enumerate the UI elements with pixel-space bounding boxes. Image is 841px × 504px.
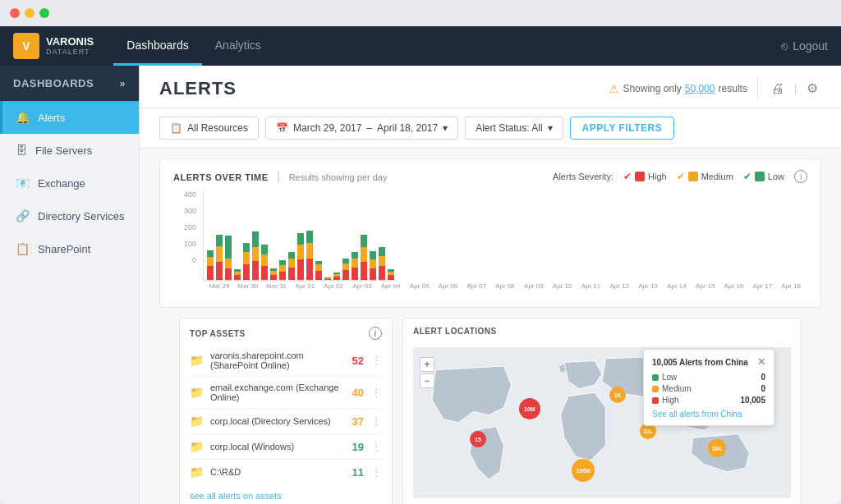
bar-high-20 (388, 275, 394, 280)
asset-row-4[interactable]: 📁 C:\R&D 11 ⋮ (190, 460, 382, 484)
bar-group-8[interactable] (279, 190, 286, 280)
asset-more-0[interactable]: ⋮ (370, 354, 382, 367)
asset-more-1[interactable]: ⋮ (370, 386, 382, 399)
assets-info-icon[interactable]: i (369, 327, 382, 340)
medium-checkbox[interactable]: ✔ (677, 171, 685, 182)
status-filter[interactable]: Alert Status: All ▾ (465, 117, 563, 140)
apply-filters-button[interactable]: APPLY FILTERS (570, 117, 675, 140)
tooltip-see-all-link[interactable]: See all alerts from China (652, 410, 765, 419)
x-label-2: Mar 31 (264, 282, 290, 290)
asset-more-4[interactable]: ⋮ (370, 465, 382, 479)
bar-group-6[interactable] (261, 190, 268, 280)
tooltip-close-button[interactable]: ✕ (757, 356, 765, 368)
bar-high-15 (342, 270, 349, 280)
results-suffix: results (719, 83, 747, 94)
asset-row-1[interactable]: 📁 email.exchange.com (Exchange Online) 4… (190, 377, 382, 409)
bar-group-17[interactable] (361, 190, 367, 280)
medium-label: Medium (701, 172, 733, 181)
maximize-dot[interactable] (39, 8, 49, 18)
bar-group-3[interactable] (234, 190, 241, 280)
date-filter[interactable]: 📅 March 29, 2017 – April 18, 2017 ▾ (265, 117, 458, 140)
bar-low-9 (288, 252, 295, 259)
asset-row-3[interactable]: 📁 corp.local (Windows) 19 ⋮ (190, 434, 382, 460)
severity-label: Alerts Severity: (553, 172, 614, 181)
zoom-out-button[interactable]: − (420, 373, 434, 388)
chart-info-icon[interactable]: i (794, 170, 807, 183)
bar-group-20[interactable] (388, 190, 394, 280)
legend-low: ✔ Low (743, 171, 784, 182)
nav-dashboards[interactable]: Dashboards (113, 26, 202, 66)
bar-group-18[interactable] (370, 190, 376, 280)
asset-row-2[interactable]: 📁 corp.local (Directory Services) 37 ⋮ (190, 409, 382, 434)
asset-name-2: corp.local (Directory Services) (210, 416, 346, 426)
resources-filter[interactable]: 📋 All Resources (159, 117, 259, 140)
sidebar-item-file-servers[interactable]: 🗄 File Servers (0, 134, 139, 167)
sidebar-item-exchange[interactable]: 📧 Exchange (0, 167, 139, 199)
bar-low-5 (252, 231, 259, 247)
bar-group-19[interactable] (379, 190, 385, 280)
x-label-7: Apr 05 (407, 282, 433, 290)
bar-group-7[interactable] (270, 190, 277, 280)
chart-title: ALERTS OVER TIME (173, 172, 269, 182)
close-dot[interactable] (10, 8, 20, 18)
map-bubble-0[interactable]: 10M (519, 398, 540, 419)
high-checkbox[interactable]: ✔ (623, 171, 632, 182)
status-chevron: ▾ (548, 122, 553, 134)
bar-low-2 (225, 236, 232, 259)
asset-name-1: email.exchange.com (Exchange Online) (210, 383, 346, 402)
asset-row-0[interactable]: 📁 varonis.sharepoint.com (SharePoint Onl… (190, 345, 382, 377)
date-end-label: April 18, 2017 (377, 122, 438, 134)
sidebar-item-alerts[interactable]: 🔔 Alerts (0, 101, 139, 134)
results-info: ⚠ Showing only 50,000 results (609, 82, 747, 95)
bar-group-13[interactable] (324, 190, 331, 280)
sidebar-label-exchange: Exchange (38, 177, 85, 190)
results-link[interactable]: 50,000 (685, 83, 715, 94)
settings-icon[interactable]: ⚙ (803, 77, 821, 99)
bar-group-16[interactable] (352, 190, 358, 280)
alert-locations-panel: ALERT LOCATIONS + − (402, 318, 802, 504)
map-bubble-1[interactable]: 15 (470, 431, 486, 447)
x-label-0: Mar 29 (206, 282, 232, 290)
print-icon[interactable]: 🖨 (768, 78, 788, 99)
bar-group-10[interactable] (297, 190, 304, 280)
bar-group-9[interactable] (288, 190, 295, 280)
see-all-assets-link[interactable]: see all alerts on assets (190, 491, 382, 501)
asset-more-3[interactable]: ⋮ (370, 440, 382, 453)
y-label-100: 100 (184, 240, 196, 248)
bar-group-0[interactable] (207, 190, 214, 280)
sidebar-expand-icon[interactable]: » (120, 78, 126, 89)
bar-group-1[interactable] (216, 190, 223, 280)
map-bubble-6[interactable]: 100M (572, 459, 595, 482)
bar-group-5[interactable] (252, 190, 259, 280)
asset-more-2[interactable]: ⋮ (370, 415, 382, 428)
map-bubble-7[interactable]: 18K (708, 439, 726, 457)
bar-group-15[interactable] (342, 190, 349, 280)
sidebar-item-directory-services[interactable]: 🔗 Directory Services (0, 199, 139, 232)
bar-group-14[interactable] (333, 190, 340, 280)
logout-icon: ⎋ (781, 39, 788, 53)
medium-val: 0 (761, 384, 765, 393)
bar-medium-12 (315, 264, 322, 271)
map-tooltip: 10,005 Alerts from China ✕ Low 0 (643, 349, 774, 426)
tooltip-label-low: Low (652, 373, 761, 382)
nav-analytics[interactable]: Analytics (202, 26, 274, 66)
bar-high-13 (324, 279, 331, 280)
x-label-14: Apr 12 (606, 282, 632, 290)
bar-medium-2 (225, 259, 232, 268)
x-label-18: Apr 16 (721, 282, 747, 290)
main-content: ALERTS ⚠ Showing only 50,000 results 🖨 |… (140, 66, 841, 504)
bar-group-11[interactable] (306, 190, 313, 280)
sidebar-label-sharepoint: SharePoint (38, 243, 90, 255)
zoom-in-button[interactable]: + (420, 357, 434, 372)
low-checkbox[interactable]: ✔ (743, 171, 751, 182)
results-text: Showing only (623, 83, 681, 94)
asset-name-4: C:\R&D (210, 467, 346, 477)
bar-group-2[interactable] (225, 190, 232, 280)
bar-group-12[interactable] (315, 190, 322, 280)
bar-high-17 (361, 262, 367, 280)
minimize-dot[interactable] (25, 8, 34, 18)
logout-button[interactable]: ⎋ Logout (781, 39, 828, 53)
sidebar-item-sharepoint[interactable]: 📋 SharePoint (0, 232, 139, 265)
filters-bar: 📋 All Resources 📅 March 29, 2017 – April… (140, 108, 841, 149)
bar-group-4[interactable] (243, 190, 250, 280)
